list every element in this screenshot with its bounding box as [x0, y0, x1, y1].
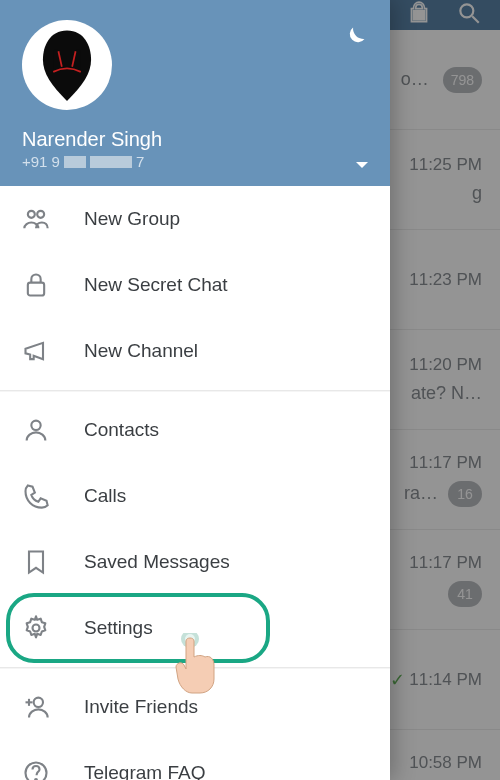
menu-telegram-faq[interactable]: Telegram FAQ [0, 740, 390, 780]
user-phone: +91 9 7 [22, 153, 368, 170]
expand-accounts-icon[interactable] [356, 162, 368, 168]
menu-invite-friends[interactable]: Invite Friends [0, 674, 390, 740]
menu-label: Telegram FAQ [84, 762, 205, 780]
svg-point-5 [37, 211, 44, 218]
divider [0, 390, 390, 391]
phone-mask [64, 156, 86, 168]
svg-point-8 [33, 625, 40, 632]
phone-suffix: 7 [136, 153, 144, 170]
menu-label: New Secret Chat [84, 274, 228, 296]
menu-label: New Channel [84, 340, 198, 362]
menu-saved-messages[interactable]: Saved Messages [0, 529, 390, 595]
megaphone-icon [22, 337, 50, 365]
menu-new-group[interactable]: New Group [0, 186, 390, 252]
help-icon [22, 759, 50, 780]
svg-point-7 [31, 421, 40, 430]
phone-mask [90, 156, 132, 168]
menu-label: Calls [84, 485, 126, 507]
bookmark-icon [22, 548, 50, 576]
group-icon [22, 205, 50, 233]
svg-point-11 [34, 698, 43, 707]
menu-new-channel[interactable]: New Channel [0, 318, 390, 384]
svg-rect-6 [28, 283, 44, 296]
menu-new-secret-chat[interactable]: New Secret Chat [0, 252, 390, 318]
gear-icon [22, 614, 50, 642]
phone-icon [22, 482, 50, 510]
menu-label: Invite Friends [84, 696, 198, 718]
person-icon [22, 416, 50, 444]
svg-point-9 [181, 633, 199, 648]
svg-point-10 [185, 634, 195, 644]
add-person-icon [22, 693, 50, 721]
divider [0, 667, 390, 668]
menu-contacts[interactable]: Contacts [0, 397, 390, 463]
svg-point-4 [28, 211, 35, 218]
menu-settings[interactable]: Settings [0, 595, 390, 661]
drawer-header[interactable]: Narender Singh +91 9 7 [0, 0, 390, 186]
night-mode-icon[interactable] [340, 24, 368, 52]
menu-label: Settings [84, 617, 153, 639]
lock-icon [22, 271, 50, 299]
menu-label: New Group [84, 208, 180, 230]
avatar[interactable] [22, 20, 112, 110]
phone-prefix: +91 9 [22, 153, 60, 170]
nav-drawer: Narender Singh +91 9 7 New Group New Sec… [0, 0, 390, 780]
menu-label: Saved Messages [84, 551, 230, 573]
menu-calls[interactable]: Calls [0, 463, 390, 529]
drawer-menu: New Group New Secret Chat New Channel Co… [0, 186, 390, 780]
user-name: Narender Singh [22, 128, 368, 151]
menu-label: Contacts [84, 419, 159, 441]
